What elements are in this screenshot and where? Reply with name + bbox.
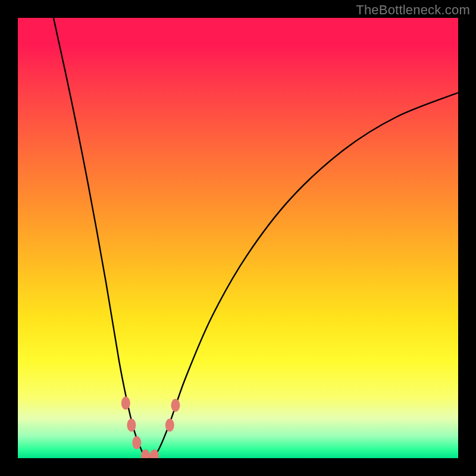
curve-layer: [18, 18, 458, 458]
curve-marker: [165, 419, 174, 432]
curve-marker: [171, 399, 180, 412]
curve-marker: [132, 436, 141, 449]
plot-area: [18, 18, 458, 458]
curve-marker: [127, 419, 136, 432]
curve-markers: [121, 397, 180, 459]
outer-frame: TheBottleneck.com: [0, 0, 476, 476]
watermark-text: TheBottleneck.com: [356, 2, 470, 18]
bottleneck-curve: [54, 18, 458, 458]
curve-marker: [121, 397, 130, 410]
